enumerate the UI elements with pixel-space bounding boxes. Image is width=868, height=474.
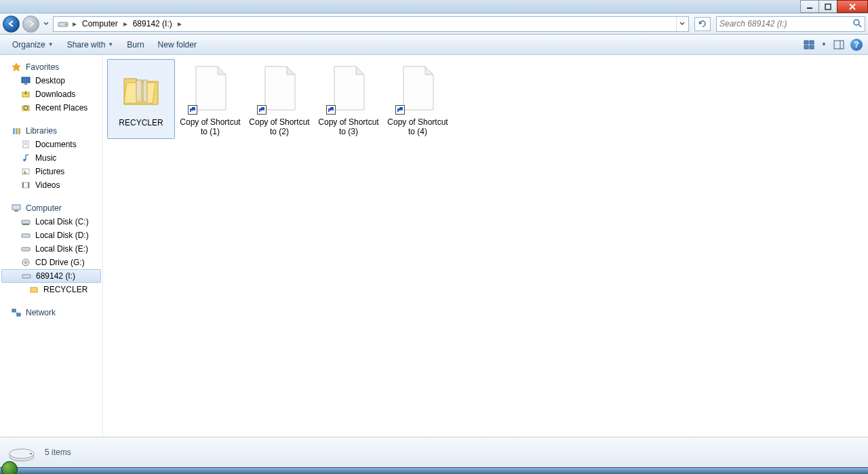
svg-rect-30 xyxy=(22,182,24,188)
svg-rect-35 xyxy=(22,224,29,225)
favorites-header[interactable]: Favorites xyxy=(0,60,102,74)
view-dropdown[interactable]: ▼ xyxy=(816,37,831,52)
sidebar-item-disk-d[interactable]: Local Disk (D:) xyxy=(0,229,102,242)
svg-rect-40 xyxy=(22,275,31,278)
libraries-group: Libraries Documents Music Pictures Video… xyxy=(0,124,102,192)
burn-button[interactable]: Burn xyxy=(120,35,151,54)
file-item-shortcut[interactable]: Copy of Shortcut to (2) xyxy=(245,59,313,139)
share-with-button[interactable]: Share with ▼ xyxy=(60,35,121,54)
search-icon xyxy=(852,18,862,30)
sidebar-item-disk-e[interactable]: Local Disk (E:) xyxy=(0,242,102,256)
search-box[interactable] xyxy=(716,16,865,32)
libraries-header[interactable]: Libraries xyxy=(0,124,102,138)
breadcrumb-sep-icon: ▸ xyxy=(122,19,129,28)
refresh-icon xyxy=(698,19,707,28)
videos-icon xyxy=(20,180,31,191)
sidebar-item-downloads[interactable]: Downloads xyxy=(0,87,102,101)
address-dropdown[interactable] xyxy=(676,17,687,31)
view-mode-button[interactable] xyxy=(802,37,816,52)
organize-button[interactable]: Organize ▼ xyxy=(5,35,60,54)
network-header[interactable]: Network xyxy=(0,306,102,319)
file-label: Copy of Shortcut to (4) xyxy=(385,117,450,136)
file-large-icon xyxy=(256,62,303,115)
shortcut-overlay-icon xyxy=(188,105,197,115)
file-item-shortcut[interactable]: Copy of Shortcut to (1) xyxy=(176,59,244,139)
sidebar-item-label: Desktop xyxy=(35,76,65,85)
favorites-group: Favorites Desktop Downloads Recent Place… xyxy=(0,60,102,115)
status-drive-icon xyxy=(7,441,37,463)
sidebar-item-label: CD Drive (G:) xyxy=(35,258,85,267)
breadcrumb-sep-icon: ▸ xyxy=(71,19,78,28)
chevron-down-icon: ▼ xyxy=(108,41,113,47)
svg-rect-44 xyxy=(136,80,142,102)
organize-label: Organize xyxy=(12,40,45,50)
disk-icon xyxy=(20,216,31,227)
svg-rect-8 xyxy=(804,41,808,44)
taskbar[interactable] xyxy=(0,467,868,474)
breadcrumb-drive[interactable]: 689142 (I:) xyxy=(129,17,176,31)
svg-rect-20 xyxy=(13,128,15,134)
svg-rect-1 xyxy=(825,4,831,9)
address-bar[interactable]: ▸ Computer ▸ 689142 (I:) ▸ xyxy=(53,16,689,32)
computer-label: Computer xyxy=(26,203,62,213)
chevron-down-icon xyxy=(43,21,49,26)
status-text: 5 items xyxy=(45,448,71,457)
sidebar-item-recent[interactable]: Recent Places xyxy=(0,101,102,115)
sidebar-item-cd-g[interactable]: CD Drive (G:) xyxy=(0,256,102,269)
status-bar: 5 items xyxy=(0,437,868,467)
preview-pane-button[interactable] xyxy=(831,37,846,52)
file-label: RECYCLER xyxy=(119,118,163,127)
svg-rect-45 xyxy=(143,80,147,102)
file-large-icon xyxy=(394,62,441,115)
drive-icon xyxy=(58,18,68,29)
file-large-icon xyxy=(325,62,372,115)
svg-point-28 xyxy=(24,170,25,172)
svg-rect-41 xyxy=(31,288,37,292)
documents-icon xyxy=(20,139,31,150)
help-icon: ? xyxy=(854,40,859,50)
svg-rect-10 xyxy=(804,45,808,49)
svg-rect-5 xyxy=(65,24,66,25)
help-button[interactable]: ? xyxy=(850,39,863,51)
minimize-icon xyxy=(806,3,813,10)
close-button[interactable] xyxy=(837,0,868,13)
sidebar-item-drive-i[interactable]: 689142 (I:) xyxy=(1,269,101,283)
search-input[interactable] xyxy=(719,19,852,28)
file-list[interactable]: RECYCLER Copy of Shortcut to (1) Copy of… xyxy=(103,55,868,437)
file-item-shortcut[interactable]: Copy of Shortcut to (4) xyxy=(384,59,452,139)
forward-button[interactable] xyxy=(22,16,39,33)
share-label: Share with xyxy=(67,40,106,50)
svg-rect-36 xyxy=(22,234,30,237)
sidebar-item-music[interactable]: Music xyxy=(0,151,102,165)
refresh-button[interactable] xyxy=(694,17,711,31)
star-icon xyxy=(11,62,22,73)
sidebar-item-label: Downloads xyxy=(35,90,75,99)
new-folder-button[interactable]: New folder xyxy=(151,35,203,54)
sidebar-item-label: RECYCLER xyxy=(43,285,87,294)
breadcrumb-computer[interactable]: Computer xyxy=(78,17,122,31)
nav-history-dropdown[interactable] xyxy=(42,16,50,31)
downloads-icon xyxy=(20,89,31,100)
sidebar-item-videos[interactable]: Videos xyxy=(0,178,102,192)
disk-icon xyxy=(20,243,31,254)
maximize-button[interactable] xyxy=(818,0,837,13)
computer-header[interactable]: Computer xyxy=(0,201,102,215)
sidebar-item-disk-c[interactable]: Local Disk (C:) xyxy=(0,215,102,229)
libraries-label: Libraries xyxy=(26,126,57,136)
sidebar-item-recycler[interactable]: RECYCLER xyxy=(0,283,102,296)
sidebar-item-pictures[interactable]: Pictures xyxy=(0,165,102,178)
sidebar-item-desktop[interactable]: Desktop xyxy=(0,74,102,87)
sidebar-item-documents[interactable]: Documents xyxy=(0,138,102,151)
file-large-icon xyxy=(186,62,234,115)
network-group: Network xyxy=(0,306,102,319)
forward-arrow-icon xyxy=(27,20,35,28)
file-item-folder[interactable]: RECYCLER xyxy=(107,59,175,139)
recent-icon xyxy=(20,102,31,113)
back-button[interactable] xyxy=(3,16,20,33)
file-item-shortcut[interactable]: Copy of Shortcut to (3) xyxy=(315,59,382,139)
start-button[interactable] xyxy=(1,461,18,474)
close-icon xyxy=(849,3,856,10)
sidebar-item-label: Pictures xyxy=(35,167,64,176)
computer-icon xyxy=(11,203,22,214)
minimize-button[interactable] xyxy=(800,0,819,13)
